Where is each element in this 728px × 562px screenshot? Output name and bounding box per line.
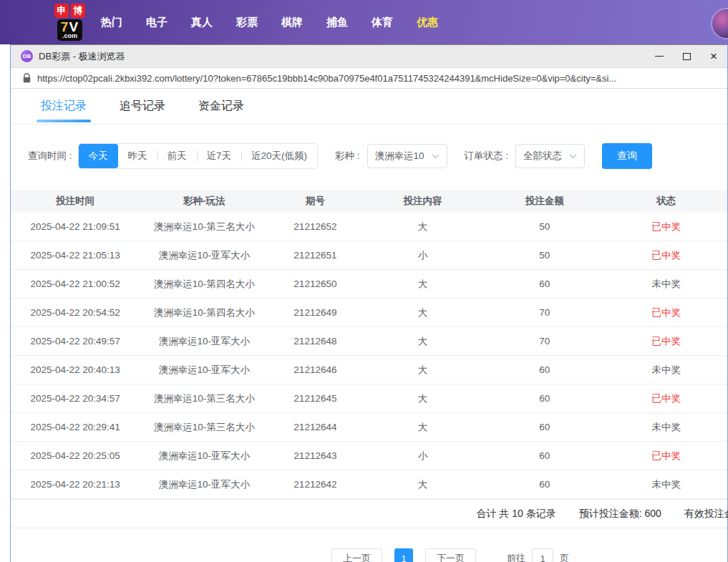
cell-game-play: 澳洲幸运10-第三名大小	[140, 421, 268, 434]
chevron-down-icon	[432, 154, 440, 159]
cell-game-play: 澳洲幸运10-第三名大小	[140, 392, 268, 405]
time-range-option[interactable]: 近7天	[197, 144, 242, 168]
lock-icon	[23, 73, 31, 83]
close-button[interactable]: ×	[700, 45, 727, 68]
table-row[interactable]: 2025-04-22 20:49:57 澳洲幸运10-亚军大小 21212648…	[11, 327, 727, 356]
bet-records-table: 投注时间彩种-玩法期号投注内容投注金额状态 2025-04-22 21:09:5…	[11, 190, 727, 499]
url-bar[interactable]: https://ctop02pcali.2kbxi392.com/lottery…	[11, 68, 727, 89]
record-tab-label: 投注记录	[41, 99, 87, 114]
goto-label: 前往	[507, 552, 525, 562]
cell-bet-content: 大	[361, 278, 483, 291]
record-tab[interactable]: 追号记录	[120, 89, 165, 124]
cell-issue-number: 21212651	[268, 250, 361, 261]
cell-game-play: 澳洲幸运10-亚军大小	[140, 478, 268, 491]
cell-bet-time: 2025-04-22 20:25:05	[11, 450, 140, 461]
minimize-icon	[655, 56, 664, 57]
cell-bet-amount: 70	[484, 307, 606, 318]
user-avatar[interactable]	[711, 8, 728, 39]
cell-bet-time: 2025-04-22 20:34:57	[11, 393, 140, 404]
cell-game-play: 澳洲幸运10-第三名大小	[140, 221, 268, 233]
table-row[interactable]: 2025-04-22 20:40:13 澳洲幸运10-亚军大小 21212646…	[11, 356, 727, 384]
table-body: 2025-04-22 21:09:51 澳洲幸运10-第三名大小 2121265…	[11, 213, 727, 499]
table-column-header: 投注内容	[361, 195, 483, 208]
top-nav-item[interactable]: 真人	[191, 16, 213, 29]
next-page-button[interactable]: 下一页	[425, 548, 476, 562]
cell-bet-content: 大	[361, 478, 483, 491]
cell-bet-amount: 50	[484, 250, 606, 261]
table-row[interactable]: 2025-04-22 20:21:13 澳洲幸运10-亚军大小 21212642…	[11, 470, 727, 499]
cell-status: 已中奖	[606, 221, 727, 233]
cell-issue-number: 21212643	[268, 450, 361, 461]
top-nav-item[interactable]: 彩票	[236, 16, 258, 29]
page-number-button[interactable]: 1	[394, 548, 413, 562]
record-tab-label: 追号记录	[120, 99, 165, 114]
cell-bet-amount: 60	[484, 422, 606, 432]
top-nav-item[interactable]: 捕鱼	[326, 16, 348, 29]
cell-issue-number: 21212646	[268, 364, 361, 375]
pagination: 上一页 1 下一页 前往 页	[11, 548, 727, 562]
time-range-option[interactable]: 昨天	[118, 144, 157, 168]
filter-bar: 查询时间 : 今天昨天前天近7天近20天(低频) 彩种 : 澳洲幸运10 订单状…	[11, 143, 727, 169]
logo-badge-shen: 申	[54, 4, 69, 18]
cell-game-play: 澳洲幸运10-亚军大小	[140, 450, 268, 462]
cell-status: 已中奖	[606, 249, 727, 262]
cell-bet-time: 2025-04-22 20:54:52	[11, 307, 140, 318]
record-tab[interactable]: 资金记录	[198, 89, 244, 124]
cell-status: 未中奖	[606, 478, 727, 491]
cell-bet-time: 2025-04-22 21:09:51	[11, 221, 140, 232]
summary-row: 合计 共 10 条记录 预计投注金额: 600 有效投注金额: 600	[11, 499, 727, 528]
logo-badge-bo: 博	[71, 4, 85, 18]
cell-bet-content: 大	[361, 392, 483, 405]
status-select[interactable]: 全部状态	[515, 144, 585, 168]
top-nav-item[interactable]: 体育	[372, 16, 393, 29]
table-row[interactable]: 2025-04-22 20:34:57 澳洲幸运10-第三名大小 2121264…	[11, 384, 727, 413]
logo-badges: 申 博	[54, 4, 85, 18]
site-topbar: 申 博 7V .com 热门电子真人彩票棋牌捕鱼体育优惠	[0, 0, 728, 44]
cell-game-play: 澳洲幸运10-亚军大小	[140, 364, 268, 377]
logo-box: 7V .com	[57, 19, 82, 41]
chevron-down-icon	[569, 154, 577, 159]
window-titlebar[interactable]: DB DB彩票 - 极速浏览器 ×	[11, 45, 727, 68]
table-row[interactable]: 2025-04-22 21:09:51 澳洲幸运10-第三名大小 2121265…	[11, 213, 727, 241]
search-button[interactable]: 查询	[602, 143, 652, 169]
cell-bet-amount: 60	[484, 364, 606, 375]
table-row[interactable]: 2025-04-22 20:25:05 澳洲幸运10-亚军大小 21212643…	[11, 442, 727, 470]
top-nav-item[interactable]: 热门	[101, 16, 122, 29]
close-icon: ×	[710, 50, 717, 62]
top-nav-item[interactable]: 优惠	[417, 16, 438, 29]
maximize-button[interactable]	[673, 45, 700, 68]
site-logo[interactable]: 申 博 7V .com	[54, 4, 85, 41]
lottery-select-value: 澳洲幸运10	[375, 150, 424, 163]
time-range-option[interactable]: 今天	[79, 144, 118, 168]
minimize-button[interactable]	[646, 45, 673, 68]
time-filter-label: 查询时间 :	[28, 150, 72, 163]
cell-bet-time: 2025-04-22 21:05:13	[11, 250, 140, 261]
top-nav: 热门电子真人彩票棋牌捕鱼体育优惠	[101, 16, 438, 29]
prev-page-button[interactable]: 上一页	[331, 548, 382, 562]
cell-status: 未中奖	[606, 421, 727, 434]
top-nav-item[interactable]: 棋牌	[281, 16, 303, 29]
table-row[interactable]: 2025-04-22 21:00:52 澳洲幸运10-第四名大小 2121265…	[11, 270, 727, 299]
lottery-select[interactable]: 澳洲幸运10	[367, 144, 447, 168]
table-row[interactable]: 2025-04-22 21:05:13 澳洲幸运10-亚军大小 21212651…	[11, 241, 727, 270]
cell-bet-amount: 60	[484, 450, 606, 461]
time-range-option[interactable]: 前天	[157, 144, 197, 168]
goto-page-input[interactable]	[532, 548, 553, 562]
table-row[interactable]: 2025-04-22 20:54:52 澳洲幸运10-第四名大小 2121264…	[11, 299, 727, 327]
cell-bet-content: 大	[361, 221, 483, 233]
cell-bet-time: 2025-04-22 20:29:41	[11, 422, 140, 432]
cell-status: 已中奖	[606, 306, 727, 319]
cell-issue-number: 21212644	[268, 422, 361, 432]
top-nav-item[interactable]: 电子	[146, 16, 168, 29]
time-range-option[interactable]: 近20天(低频)	[241, 144, 317, 168]
table-row[interactable]: 2025-04-22 20:29:41 澳洲幸运10-第三名大小 2121264…	[11, 413, 727, 442]
url-text[interactable]: https://ctop02pcali.2kbxi392.com/lottery…	[37, 73, 616, 84]
cell-game-play: 澳洲幸运10-第四名大小	[140, 306, 268, 319]
record-tab[interactable]: 投注记录	[41, 89, 87, 124]
site-favicon-icon: DB	[21, 50, 33, 62]
status-select-value: 全部状态	[523, 150, 562, 163]
cell-bet-amount: 60	[484, 393, 606, 404]
summary-total: 合计 共 10 条记录	[476, 508, 555, 520]
cell-issue-number: 21212645	[268, 393, 361, 404]
cell-bet-amount: 60	[484, 479, 606, 490]
